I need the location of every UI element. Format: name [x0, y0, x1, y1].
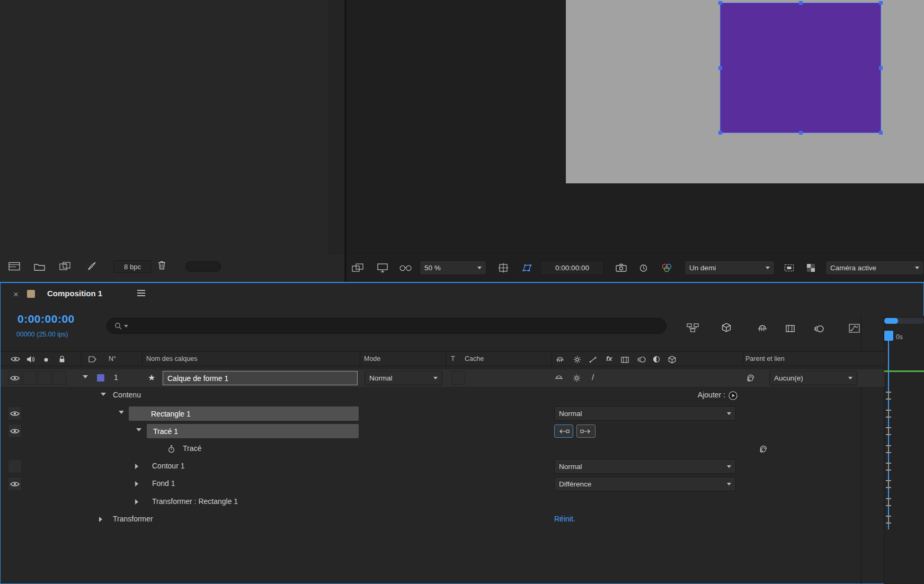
layer-row[interactable]: 1 ★ Calque de forme 1 Normal / Aucun(e): [1, 369, 884, 387]
layer-duration-bar[interactable]: [884, 370, 924, 372]
snapshot-camera-icon[interactable]: [616, 263, 627, 272]
row-contenu[interactable]: Contenu Ajouter :: [1, 387, 884, 404]
brush-icon[interactable]: [87, 261, 97, 271]
row-trace-1[interactable]: Tracé 1: [1, 422, 884, 440]
solo-toggle[interactable]: [38, 371, 51, 385]
frame-blending-icon[interactable]: [785, 325, 795, 332]
audio-toggle[interactable]: [23, 371, 37, 385]
selection-handle-bottom-left[interactable]: [718, 131, 722, 135]
hide-shy-layers-icon[interactable]: [757, 325, 768, 332]
quality-toggle[interactable]: /: [592, 373, 594, 382]
rectangle-label-selected[interactable]: Rectangle 1: [129, 406, 359, 421]
contour-label[interactable]: Contour 1: [152, 462, 184, 470]
draft-3d-icon[interactable]: [722, 323, 731, 332]
chevron-down-icon: [477, 267, 482, 269]
reverse-path-toggle[interactable]: [554, 424, 573, 438]
layer-name-field[interactable]: Calque de forme 1: [163, 371, 358, 385]
show-snapshot-icon[interactable]: [639, 264, 648, 272]
active-camera-dropdown[interactable]: Caméra active: [825, 261, 924, 275]
fond-expander[interactable]: [135, 481, 138, 486]
row-fond-1[interactable]: Fond 1 Différence: [1, 475, 884, 493]
contour-blend-mode-dropdown[interactable]: Normal: [554, 459, 736, 474]
fond-label[interactable]: Fond 1: [152, 479, 175, 488]
layer-blend-mode-dropdown[interactable]: Normal: [365, 371, 442, 385]
rectangle-blend-mode-dropdown[interactable]: Normal: [554, 406, 736, 421]
path-direction-toggle[interactable]: [576, 424, 596, 438]
property-pick-whip-icon[interactable]: [759, 445, 768, 453]
mini-flowchart-icon[interactable]: [687, 323, 699, 332]
trace-property-label[interactable]: Tracé: [183, 444, 201, 453]
row-trace-property[interactable]: Tracé: [1, 440, 884, 458]
track-matte-cell[interactable]: [451, 371, 465, 385]
contour-expander[interactable]: [135, 464, 138, 469]
always-preview-icon[interactable]: [352, 263, 363, 272]
search-options-chevron-icon[interactable]: [124, 325, 128, 328]
selection-handle-top-left[interactable]: [718, 1, 722, 5]
composition-canvas[interactable]: [566, 0, 924, 183]
new-composition-icon[interactable]: [59, 262, 70, 271]
3d-glasses-icon[interactable]: [399, 265, 412, 271]
visibility-toggle[interactable]: [8, 406, 22, 420]
lock-toggle[interactable]: [52, 371, 66, 385]
row-contour-1[interactable]: Contour 1 Normal: [1, 458, 884, 475]
transform-rectangle-expander[interactable]: [135, 499, 138, 505]
time-navigator-handle[interactable]: [884, 318, 898, 324]
visibility-toggle[interactable]: [8, 477, 22, 491]
transparency-grid-icon[interactable]: [806, 263, 815, 272]
video-toggle[interactable]: [8, 371, 22, 385]
selection-handle-bottom-right[interactable]: [879, 131, 883, 135]
color-depth-button[interactable]: 8 bpc: [113, 260, 152, 273]
interpret-footage-icon[interactable]: [8, 262, 20, 271]
monitor-icon[interactable]: [377, 263, 388, 272]
composition-tab[interactable]: Composition 1: [47, 289, 102, 298]
visibility-toggle[interactable]: [8, 424, 22, 438]
playhead-handle[interactable]: [884, 331, 893, 341]
selection-handle-top-right[interactable]: [879, 1, 883, 5]
region-of-interest-icon[interactable]: [784, 264, 794, 272]
resolution-dropdown[interactable]: Un demi: [685, 261, 775, 275]
contenu-expander[interactable]: [101, 393, 106, 396]
time-ruler[interactable]: 0s: [896, 333, 903, 341]
row-transform[interactable]: Transformer Réinit.: [1, 511, 884, 528]
trace-group-expander[interactable]: [136, 428, 141, 431]
zoom-dropdown[interactable]: 50 %: [420, 261, 486, 275]
selection-handle-mid-left[interactable]: [718, 66, 722, 70]
stopwatch-icon[interactable]: [168, 445, 175, 453]
shape-layer-rectangle[interactable]: [720, 3, 881, 133]
parent-dropdown[interactable]: Aucun(e): [769, 371, 857, 385]
new-folder-icon[interactable]: [34, 263, 45, 271]
viewer-timecode[interactable]: 0:00:00:00: [540, 261, 604, 275]
row-transform-rectangle[interactable]: Transformer : Rectangle 1: [1, 493, 884, 511]
selection-handle-bottom-center[interactable]: [799, 131, 803, 135]
graph-editor-icon[interactable]: [849, 324, 860, 333]
selection-handle-mid-right[interactable]: [879, 66, 883, 70]
visibility-toggle-off[interactable]: [8, 459, 22, 473]
add-button[interactable]: [728, 391, 738, 400]
close-icon[interactable]: ×: [11, 289, 21, 300]
panel-menu-icon[interactable]: [137, 290, 145, 298]
motion-blur-icon[interactable]: [813, 325, 824, 333]
channels-icon[interactable]: [661, 263, 672, 272]
transform-expander[interactable]: [99, 517, 102, 522]
shape-layer-icon: ★: [148, 373, 155, 383]
layer-expander[interactable]: [83, 375, 88, 378]
rectangle-expander[interactable]: [119, 411, 124, 414]
grid-guides-icon[interactable]: [498, 263, 509, 273]
transform-rectangle-label[interactable]: Transformer : Rectangle 1: [152, 497, 238, 506]
shy-toggle[interactable]: [555, 375, 563, 381]
reset-link[interactable]: Réinit.: [554, 515, 575, 523]
mask-visibility-icon[interactable]: [521, 264, 532, 272]
current-time-display[interactable]: 0:00:00:00: [17, 313, 75, 325]
fond-blend-mode-dropdown[interactable]: Différence: [554, 477, 736, 491]
parent-pick-whip-icon[interactable]: [747, 374, 755, 382]
selection-handle-top-center[interactable]: [799, 1, 803, 5]
trace-group-label-selected[interactable]: Tracé 1: [147, 424, 359, 438]
label-color-chip[interactable]: [96, 374, 105, 382]
rectangle-blend-mode-value: Normal: [559, 410, 724, 418]
trash-icon[interactable]: [157, 260, 166, 270]
project-panel-scroll-strip[interactable]: [328, 0, 344, 254]
collapse-transformations-toggle[interactable]: [573, 374, 581, 382]
row-rectangle-1[interactable]: Rectangle 1 Normal: [1, 405, 884, 422]
search-input[interactable]: [106, 318, 667, 334]
transform-label[interactable]: Transformer: [113, 515, 153, 523]
